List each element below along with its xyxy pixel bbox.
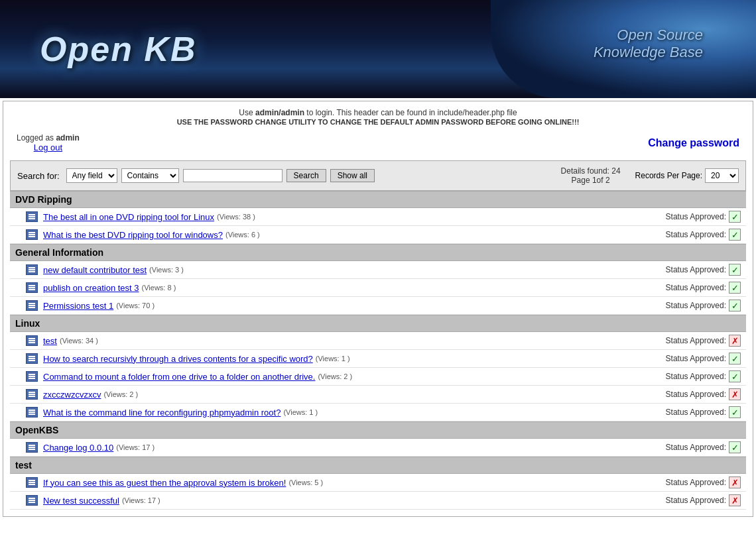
article-link[interactable]: What is the command line for reconfiguri… [43,408,281,418]
table-row: What is the best DVD ripping tool for wi… [10,226,746,244]
warning-text: USE THE PASSWORD CHANGE UTILITY TO CHANG… [177,118,580,126]
search-bar: Search for: Any field Title Content Cont… [10,160,746,191]
main-content: Use admin/admin to login. This header ca… [3,101,753,517]
article-status: Status Approved:✓ [666,229,741,241]
article-icon [26,495,38,506]
status-label: Status Approved: [666,372,726,381]
status-label: Status Approved: [666,390,726,399]
article-views: (Views: 3 ) [149,266,184,274]
status-badge[interactable]: ✓ [729,370,741,382]
details-found: Details found: 24 [561,166,621,176]
article-icon [26,407,38,418]
article-link[interactable]: new default contributor test [43,265,147,275]
status-label: Status Approved: [666,336,726,345]
site-title: Open KB [40,29,196,69]
table-row: New test successful (Views: 17 )Status A… [10,492,746,510]
status-badge[interactable]: ✗ [729,335,741,347]
article-status: Status Approved:✓ [666,353,741,364]
status-badge[interactable]: ✗ [729,494,741,506]
article-link[interactable]: Permissions test 1 [43,301,113,311]
status-badge[interactable]: ✓ [729,229,741,241]
status-label: Status Approved: [666,265,726,274]
username-display: admin [56,133,79,142]
article-status: Status Approved:✓ [666,211,741,223]
records-select[interactable]: 20 10 50 100 [705,168,739,183]
article-icon [26,264,38,275]
article-link[interactable]: Change log 0.0.10 [43,443,113,453]
logout-link[interactable]: Log out [17,142,80,152]
article-icon [26,371,38,382]
status-label: Status Approved: [666,354,726,363]
site-subtitle: Open SourceKnowledge Base [594,27,703,61]
article-status: Status Approved:✗ [666,388,741,400]
table-row: What is the command line for reconfiguri… [10,404,746,421]
category-header: OpenKBS [10,421,746,439]
article-views: (Views: 1 ) [283,408,318,416]
search-label: Search for: [17,171,60,181]
table-row: The best all in one DVD ripping tool for… [10,208,746,226]
article-link[interactable]: test [43,336,57,346]
article-icon [26,282,38,293]
article-views: (Views: 1 ) [316,355,350,363]
article-icon [26,229,38,240]
article-link[interactable]: Command to mount a folder from one drive… [43,372,315,382]
article-icon [26,442,38,453]
show-all-button[interactable]: Show all [330,169,375,182]
article-link[interactable]: publish on creation test 3 [43,283,139,293]
article-views: (Views: 5 ) [288,478,323,486]
records-per-page-label: Records Per Page: [635,171,702,180]
user-bar: Logged as admin Log out Change password [10,133,746,152]
search-button[interactable]: Search [286,169,326,182]
status-badge[interactable]: ✓ [729,441,741,453]
search-field-select[interactable]: Any field Title Content [66,168,117,183]
category-header: Linux [10,315,746,332]
logged-as-section: Logged as admin Log out [17,133,80,152]
status-badge[interactable]: ✓ [729,282,741,294]
articles-list: DVD RippingThe best all in one DVD rippi… [10,191,746,510]
table-row: zxcczwzcvzxcv (Views: 2 )Status Approved… [10,386,746,404]
article-link[interactable]: How to search recursivly through a drive… [43,354,313,364]
status-badge[interactable]: ✓ [729,300,741,311]
page-header: Open KB Open SourceKnowledge Base [0,0,756,98]
records-per-page: Records Per Page: 20 10 50 100 [635,168,739,183]
change-password-link[interactable]: Change password [648,137,739,148]
article-views: (Views: 2 ) [103,390,138,398]
article-status: Status Approved:✓ [666,406,741,418]
status-badge[interactable]: ✓ [729,264,741,276]
table-row: new default contributor test (Views: 3 )… [10,261,746,279]
admin-notice: Use admin/admin to login. This header ca… [10,108,746,127]
status-label: Status Approved: [666,212,726,221]
status-badge[interactable]: ✗ [729,388,741,400]
article-link[interactable]: zxcczwzcvzxcv [43,390,101,400]
page-info: Page 1of 2 [561,176,621,185]
category-header: DVD Ripping [10,191,746,208]
article-views: (Views: 6 ) [225,231,260,239]
status-badge[interactable]: ✗ [729,476,741,488]
article-link[interactable]: If you can see this as guest then the ap… [43,478,286,488]
status-badge[interactable]: ✓ [729,211,741,223]
table-row: If you can see this as guest then the ap… [10,474,746,492]
status-label: Status Approved: [666,301,726,310]
article-icon [26,335,38,346]
status-label: Status Approved: [666,408,726,417]
status-badge[interactable]: ✓ [729,353,741,364]
category-header: General Information [10,244,746,261]
article-link[interactable]: New test successful [43,496,119,506]
search-condition-select[interactable]: Contains Starts with Ends with [121,168,179,183]
table-row: test (Views: 34 )Status Approved:✗ [10,332,746,350]
article-link[interactable]: What is the best DVD ripping tool for wi… [43,230,223,240]
status-badge[interactable]: ✓ [729,406,741,418]
notice-text: Use admin/admin to login. This header ca… [239,108,517,117]
search-input[interactable] [183,169,283,182]
category-header: test [10,457,746,474]
article-status: Status Approved:✓ [666,441,741,453]
article-link[interactable]: The best all in one DVD ripping tool for… [43,212,214,222]
article-status: Status Approved:✗ [666,494,741,506]
logged-as-label: Logged as admin [17,133,80,142]
article-views: (Views: 2 ) [318,372,352,380]
article-views: (Views: 17 ) [122,496,160,504]
article-icon [26,477,38,488]
credentials: admin/admin [255,108,304,117]
article-icon [26,389,38,400]
table-row: How to search recursivly through a drive… [10,350,746,368]
